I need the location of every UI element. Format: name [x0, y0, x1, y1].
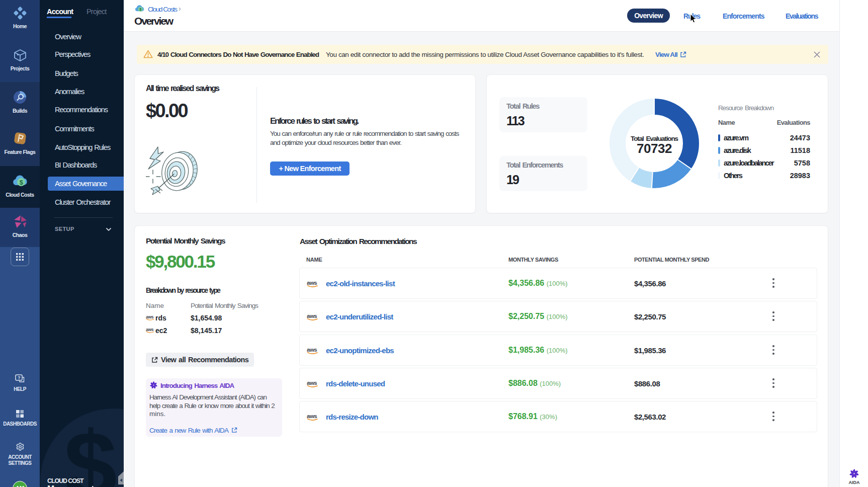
svg-text:aws: aws	[307, 413, 317, 419]
svg-text:$: $	[64, 412, 117, 487]
svg-text:?: ?	[18, 375, 20, 380]
svg-text:aws: aws	[307, 313, 317, 319]
svg-text:$: $	[139, 7, 141, 12]
svg-text:aws: aws	[146, 327, 154, 332]
svg-text:aws: aws	[307, 280, 317, 286]
svg-text:aws: aws	[307, 380, 317, 386]
svg-text:aws: aws	[146, 314, 154, 319]
svg-text:aws: aws	[307, 347, 317, 353]
